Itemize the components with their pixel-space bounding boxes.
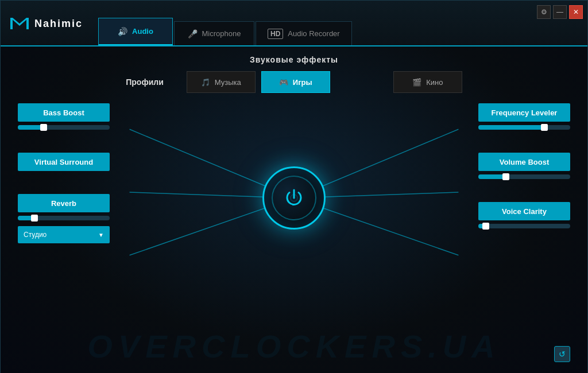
games-icon: 🎮	[279, 78, 288, 87]
tab-recorder-label: Audio Recorder	[288, 29, 339, 38]
tab-audio[interactable]: 🔊 Audio	[98, 18, 173, 45]
logo-text: Nahimic	[34, 18, 83, 30]
section-title: Звуковые эффекты	[18, 55, 570, 64]
volume-boost-button[interactable]: Volume Boost	[478, 153, 570, 171]
voice-clarity-button[interactable]: Voice Clarity	[478, 202, 570, 220]
power-icon	[284, 188, 304, 208]
bass-boost-block: Bass Boost	[18, 103, 138, 130]
voice-clarity-slider[interactable]	[478, 224, 570, 228]
reverb-button[interactable]: Reverb	[18, 194, 110, 212]
hd-icon: HD	[268, 29, 283, 39]
profile-music-btn[interactable]: 🎵 Музыка	[187, 71, 256, 93]
dropdown-chevron-icon: ▼	[98, 232, 104, 238]
reverb-dropdown[interactable]: Студио ▼	[18, 226, 110, 243]
main-content: OVERCLOCKERS.UA Звуковые эффекты Профили…	[1, 46, 587, 373]
tab-recorder[interactable]: HD Audio Recorder	[256, 21, 352, 45]
svg-rect-0	[10, 18, 13, 29]
reverb-slider[interactable]	[18, 216, 110, 220]
reverb-dropdown-value: Студио	[24, 231, 47, 239]
profile-movie-label: Кино	[426, 78, 443, 87]
left-effects: Bass Boost Virtual Surround Reverb	[18, 103, 138, 243]
bass-boost-slider[interactable]	[18, 125, 110, 130]
close-button[interactable]: ✕	[569, 5, 583, 19]
volume-boost-slider[interactable]	[478, 174, 570, 179]
frequency-leveler-button[interactable]: Frequency Leveler	[478, 103, 570, 122]
reverb-thumb[interactable]	[31, 215, 38, 222]
svg-marker-1	[10, 18, 29, 26]
volume-thumb[interactable]	[502, 173, 509, 180]
power-button-inner	[272, 176, 316, 220]
reverb-block: Reverb Студио ▼	[18, 194, 138, 243]
profiles-label: Профили	[126, 77, 164, 87]
app-logo: Nahimic	[9, 1, 83, 46]
frequency-fill	[478, 125, 544, 130]
profile-movie-btn[interactable]: 🎬 Кино	[393, 71, 462, 93]
virtual-surround-button[interactable]: Virtual Surround	[18, 153, 110, 171]
settings-button[interactable]: ⚙	[537, 5, 551, 19]
frequency-leveler-block: Frequency Leveler	[478, 103, 570, 130]
watermark: OVERCLOCKERS.UA	[1, 328, 587, 365]
tab-microphone-label: Microphone	[202, 29, 241, 38]
profile-games-label: Игры	[293, 78, 312, 87]
right-effects: Frequency Leveler Volume Boost	[450, 103, 570, 228]
microphone-icon: 🎤	[188, 29, 198, 38]
reset-button[interactable]: ↺	[554, 346, 570, 362]
bass-boost-thumb[interactable]	[40, 124, 47, 131]
volume-boost-block: Volume Boost	[478, 153, 570, 179]
voice-thumb[interactable]	[482, 223, 489, 230]
frequency-thumb[interactable]	[541, 124, 548, 131]
tab-audio-label: Audio	[132, 27, 153, 36]
volume-fill	[478, 174, 506, 179]
minimize-button[interactable]: —	[553, 5, 567, 19]
voice-clarity-block: Voice Clarity	[478, 202, 570, 228]
profile-music-label: Музыка	[215, 78, 241, 87]
profile-games-btn[interactable]: 🎮 Игры	[261, 71, 330, 93]
profiles-row: Профили 🎵 Музыка 🎮 Игры 🎬 Кино	[18, 71, 570, 93]
power-button[interactable]	[262, 166, 326, 230]
window-controls: ⚙ — ✕	[537, 5, 583, 19]
frequency-leveler-slider[interactable]	[478, 125, 570, 130]
bass-boost-button[interactable]: Bass Boost	[18, 103, 110, 122]
effects-container: Bass Boost Virtual Surround Reverb	[18, 103, 570, 293]
center-area	[262, 166, 326, 230]
nav-wrapper: Nahimic 🔊 Audio 🎤 Microphone HD Audio Re…	[1, 1, 587, 46]
svg-rect-2	[26, 18, 29, 29]
logo-icon	[9, 13, 30, 34]
music-icon: 🎵	[201, 78, 210, 87]
tab-microphone[interactable]: 🎤 Microphone	[174, 21, 254, 45]
virtual-surround-block: Virtual Surround	[18, 153, 138, 171]
movie-icon: 🎬	[412, 78, 421, 87]
audio-icon: 🔊	[118, 27, 127, 36]
